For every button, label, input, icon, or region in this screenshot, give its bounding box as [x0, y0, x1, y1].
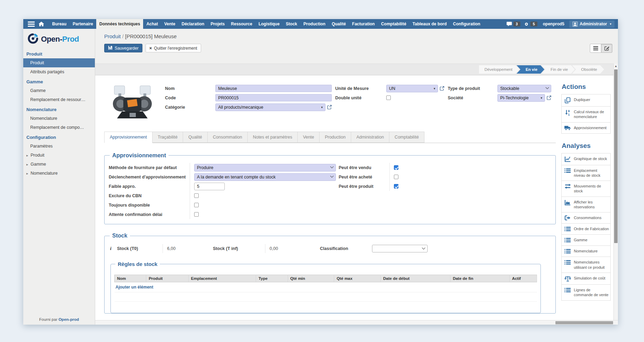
nav-item[interactable]: Tableaux de bord — [410, 19, 450, 29]
quit-record-button[interactable]: × Quitter l'enregistrement — [146, 44, 201, 52]
tab[interactable]: Consommation — [208, 132, 248, 143]
faible-appro-input[interactable] — [194, 183, 225, 190]
societe-select[interactable]: Pi-Technologie▾ — [497, 94, 545, 102]
nav-item[interactable]: Facturation — [349, 19, 378, 29]
nom-input[interactable] — [215, 85, 332, 92]
column-header[interactable]: Type — [256, 275, 288, 282]
scroll-up-arrow[interactable]: ▲ — [614, 64, 618, 69]
double-unite-checkbox[interactable] — [386, 95, 391, 100]
toujours-disponible-checkbox[interactable] — [194, 203, 199, 207]
save-button[interactable]: Sauvegarder — [104, 44, 142, 52]
tab[interactable]: Traçabilité — [152, 132, 183, 143]
column-header[interactable]: Emplacement — [188, 275, 256, 282]
column-header[interactable]: Date de début — [381, 275, 451, 282]
column-header[interactable]: Actif — [509, 275, 537, 282]
sidebar-item[interactable]: Nomenclature — [23, 114, 95, 123]
tab[interactable]: Production — [320, 132, 351, 143]
analysis-button[interactable]: Simulation de coût — [561, 273, 611, 285]
sidebar-item[interactable]: Produit — [23, 151, 95, 160]
tab[interactable]: Notes et paramètres — [248, 132, 298, 143]
analysis-button[interactable]: Lignes de commande de vente — [561, 284, 611, 301]
home-icon[interactable] — [39, 22, 44, 26]
flag-checkbox[interactable] — [394, 175, 398, 179]
nav-item[interactable]: Déclaration — [179, 19, 207, 29]
action-button[interactable]: Dupliquer — [561, 94, 611, 107]
nav-item[interactable]: Données techniques — [96, 19, 143, 29]
sidebar-item[interactable]: Produit — [23, 58, 95, 67]
vertical-scrollbar[interactable]: ▲ — [613, 64, 618, 320]
analysis-button[interactable]: Gamme — [561, 234, 611, 246]
declenchement-select[interactable]: A la demande en tenant compte du stock — [194, 173, 336, 181]
unite-select[interactable]: UN▾ — [386, 85, 438, 92]
code-input[interactable] — [215, 94, 332, 101]
lifecycle-state[interactable]: Obsolète — [572, 65, 604, 74]
nav-item[interactable]: Production — [300, 19, 329, 29]
nav-item[interactable]: Logistique — [255, 19, 283, 29]
menu-icon[interactable] — [28, 22, 35, 27]
nav-item[interactable]: Achat — [143, 19, 161, 29]
info-icon[interactable]: i — [110, 246, 117, 251]
tab[interactable]: Approvisionnement — [104, 132, 152, 143]
messages-badge[interactable]: 3 — [513, 22, 520, 26]
nav-item[interactable]: Partenaire — [69, 19, 96, 29]
nav-item[interactable]: Ressource — [228, 19, 255, 29]
sidebar-item[interactable]: Remplacement de ressour… — [23, 95, 95, 104]
exclure-cbn-checkbox[interactable] — [194, 193, 199, 198]
lifecycle-state[interactable]: En vie — [517, 65, 544, 74]
analysis-button[interactable]: Ordre de Fabrication — [561, 223, 611, 235]
nav-item[interactable]: Configuration — [450, 19, 484, 29]
sidebar-item[interactable]: Gamme — [23, 86, 95, 95]
sidebar-item[interactable]: Attributs partagés — [23, 67, 95, 76]
tab[interactable]: Administration — [351, 132, 389, 143]
horizontal-scrollbar-thumb[interactable] — [555, 321, 613, 324]
column-header[interactable]: Date de fin — [450, 275, 509, 282]
external-link-icon[interactable] — [327, 105, 332, 109]
nav-item[interactable]: Qualité — [329, 19, 349, 29]
nav-item[interactable]: Bureau — [49, 19, 69, 29]
attente-confirmation-checkbox[interactable] — [194, 212, 199, 217]
tab[interactable]: Qualité — [183, 132, 208, 143]
analysis-button[interactable]: Afficher les réservations — [561, 197, 611, 213]
flag-checkbox[interactable] — [394, 165, 398, 170]
settings-badge[interactable]: 5 — [530, 22, 537, 26]
messages-icon[interactable] — [506, 22, 512, 26]
sidebar-item[interactable]: Remplacement de compo… — [23, 123, 95, 132]
type-produit-select[interactable]: Stockable — [497, 85, 551, 92]
external-link-icon[interactable] — [547, 95, 551, 100]
sidebar-item[interactable]: Paramètres — [23, 142, 95, 151]
add-item-link[interactable]: Ajouter un élément — [116, 285, 154, 290]
edit-view-button[interactable] — [601, 44, 612, 53]
analysis-button[interactable]: Nomenclature — [561, 245, 611, 257]
analysis-button[interactable]: Graphique de stock — [561, 153, 611, 165]
analysis-button[interactable]: Mouvements de stock — [561, 181, 611, 197]
user-menu[interactable]: Administrator ▾ — [569, 20, 614, 28]
analysis-button[interactable]: Emplacement niveau de stock — [561, 165, 611, 181]
tab[interactable]: Comptabilité — [389, 132, 424, 143]
action-button[interactable]: Approvisionnement — [561, 122, 611, 134]
column-header[interactable]: Nom — [115, 275, 146, 282]
nav-item[interactable]: Projets — [207, 19, 228, 29]
categorie-select[interactable]: All products/mecanique▾ — [215, 103, 325, 111]
external-link-icon[interactable] — [440, 86, 444, 91]
analysis-button[interactable]: Nomenclatures utilisant ce produit — [561, 257, 611, 273]
breadcrumb-root-link[interactable]: Produit — [104, 33, 121, 39]
gear-icon[interactable] — [524, 22, 529, 27]
classification-select[interactable] — [372, 245, 428, 252]
tab[interactable]: Vente — [298, 132, 320, 143]
analysis-button[interactable]: Consommations — [561, 212, 611, 224]
column-header[interactable]: Qté max — [334, 275, 381, 282]
flag-checkbox[interactable] — [394, 184, 398, 189]
lifecycle-state[interactable]: Fin de vie — [542, 65, 575, 74]
nav-item[interactable]: Stock — [283, 19, 300, 29]
methode-select[interactable]: Produire — [194, 164, 336, 172]
vertical-scrollbar-thumb[interactable] — [614, 69, 618, 243]
product-image[interactable] — [111, 84, 154, 121]
footer-brand-link[interactable]: Open-prod — [58, 317, 79, 322]
action-button[interactable]: 91 Calcul niveaux de nomenclature — [561, 106, 611, 123]
list-view-button[interactable] — [590, 44, 601, 53]
sidebar-item[interactable]: Nomenclature — [23, 169, 95, 178]
column-header[interactable]: Qté min — [288, 275, 334, 282]
lifecycle-state[interactable]: Développement — [479, 65, 520, 74]
nav-item[interactable]: Vente — [161, 19, 179, 29]
nav-item[interactable]: Comptabilité — [378, 19, 410, 29]
